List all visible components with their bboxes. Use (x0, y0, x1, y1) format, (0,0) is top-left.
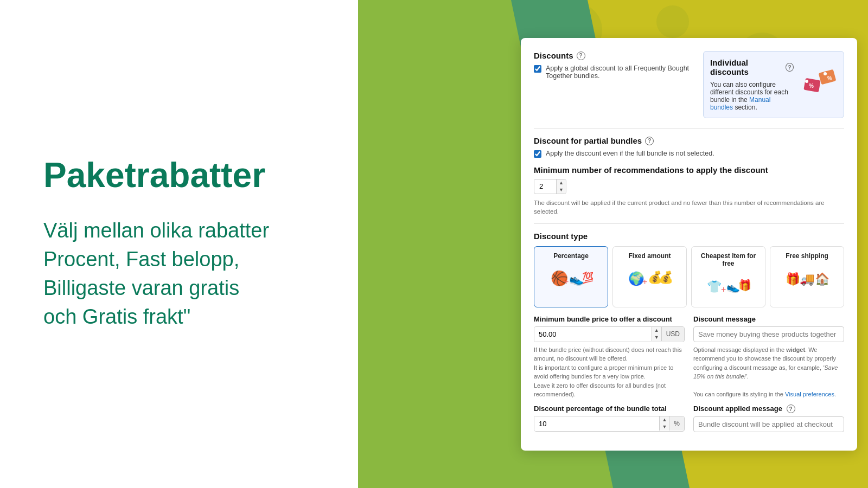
discount-pct-input-wrapper: ▲ ▼ % (534, 416, 685, 432)
min-recs-title: Minimum number of recommendations to app… (534, 165, 844, 175)
tag-icons-container: % % (799, 68, 837, 101)
partial-checkbox-label: Apply the discount even if the full bund… (546, 150, 714, 157)
discounts-checkbox-row: Apply a global discount to all Frequentl… (534, 65, 694, 80)
fixed-icon: 🌍 + 💰 💰 (617, 264, 682, 294)
svg-text:%: % (827, 75, 832, 81)
svg-text:+: + (564, 277, 569, 286)
bottom-left: Minimum bundle price to offer a discount… (534, 315, 685, 438)
individual-discounts-title: Individual discounts ? (710, 58, 794, 76)
brand-title: Paketrabatter (43, 156, 326, 194)
shipping-icon: 🎁 🚚 🏠 (775, 264, 839, 294)
min-price-hint: If the bundle price (without discount) d… (534, 345, 685, 399)
fixed-svg: 🌍 + 💰 💰 (628, 264, 672, 291)
svg-text:🚚: 🚚 (800, 272, 815, 286)
cheapest-svg: 👕 + 👟 🎁 (707, 272, 750, 299)
discount-pct-group: Discount percentage of the bundle total … (534, 404, 685, 432)
svg-point-1 (824, 72, 827, 75)
discount-type-section: Discount type Percentage 🏀 + 👟 💯 (534, 232, 844, 307)
min-recs-spinner-buttons: ▲ ▼ (556, 179, 566, 194)
min-price-group: Minimum bundle price to offer a discount… (534, 315, 685, 399)
bottom-right: Discount message Optional message displa… (693, 315, 844, 438)
cheapest-label: Cheapest item for free (696, 252, 761, 267)
discounts-left: Discounts ? Apply a global discount to a… (534, 51, 694, 118)
min-price-spinners: ▲ ▼ (652, 327, 661, 341)
min-price-label: Minimum bundle price to offer a discount (534, 315, 685, 323)
discount-tags-image: % % (799, 58, 837, 111)
min-recs-input[interactable]: 2 (534, 180, 556, 192)
individual-help-icon[interactable]: ? (786, 63, 794, 72)
cheapest-icon: 👕 + 👟 🎁 (696, 272, 761, 301)
svg-text:+: + (721, 285, 726, 294)
left-panel: Paketrabatter Välj mellan olika rabatter… (0, 0, 358, 488)
discount-applied-group: Discount applied message ? (693, 404, 844, 433)
visual-prefs-link[interactable]: Visual preferences (785, 391, 834, 397)
svg-text:👕: 👕 (707, 279, 722, 294)
partial-checkbox-row: Apply the discount even if the full bund… (534, 150, 844, 158)
divider-1 (534, 128, 844, 129)
min-price-decrement[interactable]: ▼ (652, 334, 661, 341)
divider-2 (534, 223, 844, 224)
svg-text:🎁: 🎁 (786, 272, 801, 286)
shipping-label: Free shipping (775, 252, 839, 260)
discount-type-fixed[interactable]: Fixed amount 🌍 + 💰 💰 (612, 246, 687, 307)
percentage-icon: 🏀 + 👟 💯 (539, 264, 603, 294)
min-recs-input-row: 2 ▲ ▼ (534, 179, 844, 194)
bottom-grid: Minimum bundle price to offer a discount… (534, 315, 844, 438)
discount-pct-label: Discount percentage of the bundle total (534, 404, 685, 413)
applied-help-icon[interactable]: ? (787, 404, 795, 413)
pct-increment[interactable]: ▲ (660, 416, 669, 423)
min-recs-spinner[interactable]: 2 ▲ ▼ (534, 179, 566, 194)
discount-msg-label: Discount message (693, 315, 844, 323)
svg-text:🎁: 🎁 (738, 279, 750, 292)
min-recs-increment[interactable]: ▲ (557, 179, 566, 187)
svg-text:💯: 💯 (582, 271, 593, 284)
svg-point-4 (805, 80, 808, 83)
discounts-panel: Discounts ? Apply a global discount to a… (521, 38, 857, 451)
pct-spinners: ▲ ▼ (659, 416, 669, 431)
percent-symbol: % (669, 416, 684, 431)
discount-msg-hint: Optional message displayed in the widget… (693, 345, 844, 399)
discount-type-shipping[interactable]: Free shipping 🎁 🚚 🏠 (770, 246, 844, 307)
partial-help-icon[interactable]: ? (645, 137, 654, 145)
min-price-currency: USD (661, 327, 684, 341)
discount-type-title: Discount type (534, 232, 844, 241)
discount-pct-input[interactable] (534, 416, 659, 431)
widget-bold: widget (786, 346, 805, 353)
right-bg: Discounts ? Apply a global discount to a… (358, 0, 868, 488)
discount-msg-group: Discount message Optional message displa… (693, 315, 844, 399)
pct-decrement[interactable]: ▼ (660, 423, 669, 431)
shipping-svg: 🎁 🚚 🏠 (786, 264, 829, 291)
min-recs-hint: The discount will be applied if the curr… (534, 198, 844, 216)
min-price-input-wrapper: ▲ ▼ USD (534, 326, 685, 342)
discounts-header: Discounts ? Apply a global discount to a… (534, 51, 844, 118)
discount-applied-input[interactable] (693, 416, 844, 432)
discounts-global-checkbox[interactable] (534, 65, 541, 73)
percentage-label: Percentage (539, 252, 603, 260)
fixed-label: Fixed amount (617, 252, 682, 260)
partial-bundles-section: Discount for partial bundles ? Apply the… (534, 136, 844, 158)
partial-checkbox[interactable] (534, 150, 541, 158)
svg-text:💰: 💰 (659, 270, 672, 285)
discounts-checkbox-label: Apply a global discount to all Frequentl… (546, 65, 694, 80)
discounts-help-icon[interactable]: ? (577, 52, 585, 60)
min-recs-decrement[interactable]: ▼ (557, 187, 566, 194)
percentage-svg: 🏀 + 👟 💯 (550, 264, 593, 291)
discount-tags-svg: % % (799, 68, 837, 101)
svg-text:%: % (809, 83, 814, 89)
min-recs-section: Minimum number of recommendations to app… (534, 165, 844, 216)
svg-text:🏠: 🏠 (815, 272, 829, 286)
svg-text:+: + (642, 277, 647, 286)
example-italic: 'Save 15% on this bundle!' (693, 364, 838, 380)
discount-type-percentage[interactable]: Percentage 🏀 + 👟 💯 (534, 246, 608, 307)
partial-bundles-title: Discount for partial bundles ? (534, 136, 844, 145)
individual-discounts-text-block: Individual discounts ? You can also conf… (710, 58, 794, 111)
discount-type-grid: Percentage 🏀 + 👟 💯 Fixed amount (534, 246, 844, 307)
min-price-input[interactable] (534, 327, 652, 342)
min-price-increment[interactable]: ▲ (652, 327, 661, 334)
discount-msg-input[interactable] (693, 326, 844, 342)
discounts-title: Discounts ? (534, 51, 694, 60)
discount-type-cheapest[interactable]: Cheapest item for free 👕 + 👟 🎁 (691, 246, 765, 307)
hero-subtitle: Välj mellan olika rabatterProcent, Fast … (43, 216, 326, 332)
discount-applied-label: Discount applied message ? (693, 404, 844, 414)
individual-discount-desc: You can also configure different discoun… (710, 81, 794, 111)
